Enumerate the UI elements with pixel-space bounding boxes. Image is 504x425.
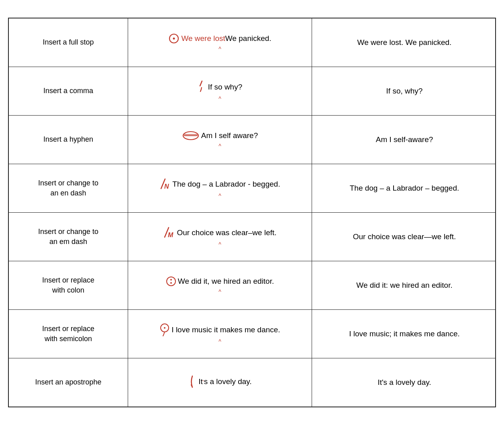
proofreading-table: Insert a full stop We were lost We panic… bbox=[8, 18, 496, 407]
table-row: Insert a comma If so why? ^ If so, why? bbox=[9, 67, 495, 116]
cell-example-full-stop: We were lost We panicked. ^ bbox=[128, 18, 312, 67]
cell-label-hyphen: Insert a hyphen bbox=[9, 116, 128, 164]
semicolon-mark-icon bbox=[159, 323, 170, 337]
full-stop-mark-icon bbox=[168, 33, 180, 44]
cell-example-en-dash: N The dog – a Labrador - begged. ^ bbox=[128, 164, 312, 212]
cell-example-comma: If so why? ^ bbox=[128, 67, 312, 115]
cell-example-semicolon: I love music it makes me dance. ^ bbox=[128, 310, 312, 358]
hyphen-mark-icon bbox=[182, 130, 200, 141]
cell-example-hyphen: Am I self aware? ^ bbox=[128, 116, 312, 164]
colon-mark-icon bbox=[166, 276, 176, 287]
cell-example-colon: We did it, we hired an editor. ^ bbox=[128, 261, 312, 309]
cell-label-apostrophe: Insert an apostrophe bbox=[9, 358, 128, 407]
svg-text:N: N bbox=[164, 183, 169, 190]
cell-corrected-em-dash: Our choice was clear—we left. bbox=[312, 213, 497, 261]
cell-corrected-apostrophe: It's a lovely day. bbox=[312, 358, 497, 407]
cell-label-comma: Insert a comma bbox=[9, 67, 128, 115]
table-row: Insert or replace with colon We did it, … bbox=[9, 261, 495, 310]
cell-example-em-dash: M Our choice was clear–we left. ^ bbox=[128, 213, 312, 261]
svg-point-10 bbox=[170, 279, 172, 281]
cell-example-apostrophe: It's a lovely day. bbox=[128, 358, 312, 407]
table-row: Insert a hyphen Am I self aware? ^ Am I … bbox=[9, 116, 495, 164]
comma-mark-icon bbox=[198, 80, 206, 94]
cell-corrected-semicolon: I love music; it makes me dance. bbox=[312, 310, 497, 358]
apostrophe-mark-icon bbox=[188, 374, 197, 389]
cell-label-semicolon: Insert or replace with semicolon bbox=[9, 310, 128, 358]
svg-point-1 bbox=[173, 38, 175, 40]
table-row: Insert or change to an en dash N The dog… bbox=[9, 164, 495, 213]
svg-point-11 bbox=[170, 282, 172, 284]
svg-point-9 bbox=[167, 277, 175, 286]
cell-corrected-hyphen: Am I self-aware? bbox=[312, 116, 497, 164]
table-row: Insert or replace with semicolon I love … bbox=[9, 310, 495, 358]
table-row: Insert an apostrophe It's a lovely day. … bbox=[9, 358, 495, 407]
cell-label-colon: Insert or replace with colon bbox=[9, 261, 128, 309]
table-row: Insert or change to an em dash M Our cho… bbox=[9, 213, 495, 261]
svg-text:M: M bbox=[168, 232, 173, 238]
svg-point-13 bbox=[164, 327, 165, 329]
en-dash-mark-icon: N bbox=[159, 177, 171, 191]
table-row: Insert a full stop We were lost We panic… bbox=[9, 18, 495, 67]
cell-corrected-en-dash: The dog – a Labrador – begged. bbox=[312, 164, 497, 212]
cell-corrected-comma: If so, why? bbox=[312, 67, 497, 115]
cell-label-en-dash: Insert or change to an en dash bbox=[9, 164, 128, 212]
cell-label-full-stop: Insert a full stop bbox=[9, 18, 128, 67]
em-dash-mark-icon: M bbox=[163, 226, 175, 240]
cell-corrected-full-stop: We were lost. We panicked. bbox=[312, 18, 497, 67]
cell-label-em-dash: Insert or change to an em dash bbox=[9, 213, 128, 261]
cell-corrected-colon: We did it: we hired an editor. bbox=[312, 261, 497, 309]
